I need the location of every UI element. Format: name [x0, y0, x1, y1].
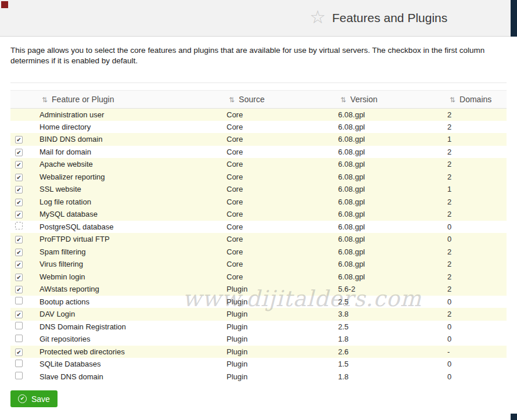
column-header-version[interactable]: ⇅Version [337, 90, 446, 108]
feature-checkbox[interactable] [15, 222, 23, 229]
feature-checkbox[interactable]: ✔ [15, 349, 23, 356]
column-header-feature-label: Feature or Plugin [52, 95, 114, 104]
table-row: ✔AWstats reportingPlugin5.6-22 [10, 283, 507, 296]
feature-name-cell: SQLite Databases [38, 358, 225, 371]
feature-checkbox[interactable] [15, 297, 23, 304]
sort-icon[interactable]: ⇅ [42, 96, 48, 104]
checkbox-cell: ✔ [10, 233, 38, 246]
feature-checkbox[interactable]: ✔ [15, 149, 23, 156]
feature-checkbox[interactable]: ✔ [15, 161, 23, 168]
star-icon[interactable]: ☆ [310, 8, 326, 26]
feature-name-cell: Mail for domain [38, 146, 225, 159]
feature-checkbox[interactable] [15, 335, 23, 342]
feature-version-cell: 6.08.gpl [337, 196, 446, 209]
feature-domains-cell: 0 [446, 221, 507, 234]
feature-version-cell: 1.8 [337, 371, 446, 383]
feature-version-cell: 2.5 [337, 296, 446, 308]
feature-domains-cell: 2 [446, 246, 507, 259]
feature-checkbox[interactable]: ✔ [15, 211, 23, 218]
table-row: ✔Virus filteringCore6.08.gpl2 [10, 258, 507, 271]
column-header-checkbox [10, 90, 38, 108]
table-row: ✔Webmin loginCore6.08.gpl2 [10, 271, 507, 283]
feature-name-cell: Webalizer reporting [38, 171, 225, 184]
feature-checkbox[interactable] [15, 360, 23, 367]
feature-checkbox[interactable]: ✔ [15, 174, 23, 181]
check-circle-icon: ✔ [18, 394, 27, 403]
checkbox-cell [10, 358, 38, 371]
feature-source-cell: Plugin [225, 333, 337, 346]
checkbox-cell [10, 108, 38, 121]
feature-checkbox[interactable]: ✔ [15, 236, 23, 243]
table-row: ✔SSL websiteCore6.08.gpl1 [10, 183, 507, 196]
table-row: ✔ProFTPD virtual FTPCore6.08.gpl0 [10, 233, 507, 246]
table-row: SQLite DatabasesPlugin1.50 [10, 358, 507, 371]
feature-checkbox[interactable]: ✔ [15, 286, 23, 293]
feature-source-cell: Plugin [225, 321, 337, 333]
checkbox-cell: ✔ [10, 158, 38, 171]
feature-version-cell: 6.08.gpl [337, 233, 446, 246]
sort-icon[interactable]: ⇅ [340, 96, 346, 104]
feature-domains-cell: 1 [446, 183, 507, 196]
sort-icon[interactable]: ⇅ [450, 96, 455, 104]
feature-domains-cell: 0 [446, 371, 507, 383]
feature-checkbox[interactable] [15, 372, 23, 379]
column-header-domains[interactable]: ⇅Domains [446, 90, 507, 108]
column-header-source[interactable]: ⇅Source [225, 90, 337, 108]
table-row: ✔Spam filteringCore6.08.gpl2 [10, 246, 507, 259]
feature-name-cell: DNS Domain Registration [38, 321, 225, 333]
checkbox-cell [10, 296, 38, 308]
feature-version-cell: 6.08.gpl [337, 246, 446, 259]
feature-version-cell: 6.08.gpl [337, 146, 446, 159]
feature-version-cell: 6.08.gpl [337, 271, 446, 283]
table-row: ✔BIND DNS domainCore6.08.gpl1 [10, 133, 507, 146]
feature-checkbox[interactable]: ✔ [15, 261, 23, 268]
feature-version-cell: 6.08.gpl [337, 108, 446, 121]
save-button[interactable]: ✔ Save [10, 390, 58, 407]
feature-version-cell: 2.6 [337, 346, 446, 358]
feature-domains-cell: 2 [446, 158, 507, 171]
feature-checkbox[interactable] [15, 322, 23, 329]
feature-source-cell: Plugin [225, 371, 337, 383]
feature-source-cell: Core [225, 183, 337, 196]
checkbox-cell: ✔ [10, 258, 38, 271]
checkbox-cell: ✔ [10, 196, 38, 209]
feature-checkbox[interactable]: ✔ [15, 186, 23, 193]
checkbox-cell [10, 221, 38, 234]
feature-name-cell: Webmin login [38, 271, 225, 283]
feature-name-cell: SSL website [38, 183, 225, 196]
feature-checkbox[interactable]: ✔ [15, 249, 23, 256]
feature-checkbox[interactable]: ✔ [15, 274, 23, 281]
feature-name-cell: Spam filtering [38, 246, 225, 259]
column-header-source-label: Source [239, 95, 264, 104]
checkbox-cell [10, 371, 38, 383]
table-row: ✔MySQL databaseCore6.08.gpl2 [10, 208, 507, 221]
feature-domains-cell: 2 [446, 171, 507, 184]
feature-source-cell: Core [225, 208, 337, 221]
column-header-feature[interactable]: ⇅Feature or Plugin [38, 90, 225, 108]
feature-source-cell: Core [225, 221, 337, 234]
feature-domains-cell: 0 [446, 296, 507, 308]
feature-name-cell: Log file rotation [38, 196, 225, 209]
title-group: ☆ Features and Plugins [310, 0, 447, 36]
feature-source-cell: Core [225, 108, 337, 121]
feature-name-cell: Bootup actions [38, 296, 225, 308]
sort-icon[interactable]: ⇅ [229, 96, 235, 104]
feature-domains-cell: - [446, 346, 507, 358]
feature-version-cell: 5.6-2 [337, 283, 446, 296]
table-row: ✔Apache websiteCore6.08.gpl2 [10, 158, 507, 171]
feature-domains-cell: 2 [446, 283, 507, 296]
feature-checkbox[interactable]: ✔ [15, 199, 23, 206]
feature-domains-cell: 2 [446, 146, 507, 159]
feature-checkbox[interactable]: ✔ [15, 136, 23, 143]
checkbox-cell: ✔ [10, 308, 38, 321]
checkbox-cell [10, 333, 38, 346]
feature-checkbox[interactable]: ✔ [15, 311, 23, 318]
checkbox-cell: ✔ [10, 346, 38, 358]
feature-domains-cell: 0 [446, 333, 507, 346]
feature-domains-cell: 2 [446, 208, 507, 221]
feature-domains-cell: 0 [446, 321, 507, 333]
checkbox-cell: ✔ [10, 246, 38, 259]
feature-source-cell: Plugin [225, 308, 337, 321]
checkbox-cell: ✔ [10, 133, 38, 146]
feature-source-cell: Plugin [225, 358, 337, 371]
